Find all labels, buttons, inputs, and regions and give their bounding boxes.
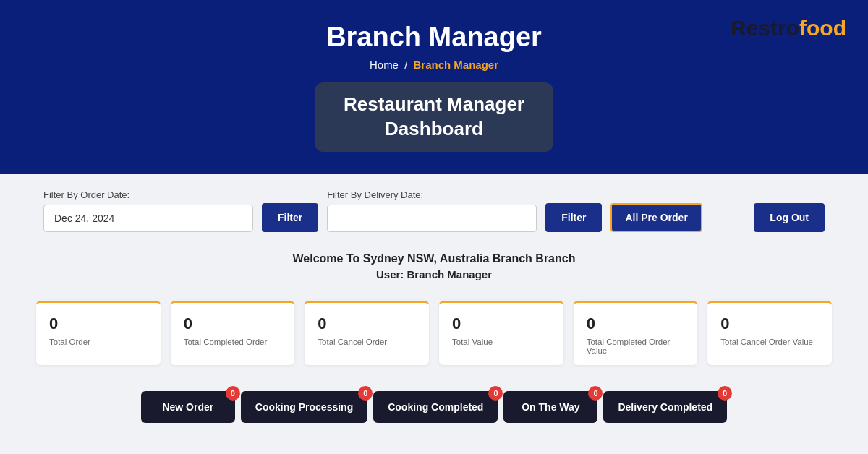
stat-value: 0 <box>184 314 282 333</box>
stat-label: Total Cancel Order <box>318 338 416 346</box>
breadcrumb-home[interactable]: Home <box>370 59 399 71</box>
stat-card: 0 Total Cancel Order Value <box>707 301 832 365</box>
tab-badge: 0 <box>226 386 240 401</box>
stat-label: Total Completed Order Value <box>587 338 685 355</box>
stat-value: 0 <box>318 314 416 333</box>
all-pre-order-button[interactable]: All Pre Order <box>610 203 702 232</box>
welcome-section: Welcome To Sydney NSW, Australia Branch … <box>0 239 868 288</box>
stat-value: 0 <box>720 314 819 333</box>
welcome-line1: Welcome To Sydney NSW, Australia Branch … <box>0 252 868 265</box>
stat-card: 0 Total Completed Order Value <box>574 301 698 365</box>
delivery-date-filter-group: Filter By Delivery Date: <box>327 189 537 232</box>
tab-button[interactable]: New Order 0 <box>141 391 235 423</box>
breadcrumb-separator: / <box>404 59 407 71</box>
order-date-input[interactable] <box>43 205 253 232</box>
order-date-filter-button[interactable]: Filter <box>262 203 318 232</box>
tab-badge: 0 <box>488 386 503 401</box>
breadcrumb: Home / Branch Manager <box>14 59 854 71</box>
dashboard-badge: Restaurant Manager Dashboard <box>315 82 553 152</box>
order-date-label: Filter By Order Date: <box>43 189 253 200</box>
tab-badge: 0 <box>358 386 373 401</box>
dashboard-label-line2: Dashboard <box>385 118 483 140</box>
tab-badge: 0 <box>588 386 603 401</box>
logo-restro-text: Restro <box>731 16 799 40</box>
stat-value: 0 <box>587 314 685 333</box>
tabs-section: New Order 0 Cooking Processing 0 Cooking… <box>0 378 868 437</box>
logo-food-text: food <box>799 16 846 40</box>
page-title: Branch Manager <box>14 22 854 53</box>
logo: Restrofood <box>731 16 846 40</box>
stat-label: Total Cancel Order Value <box>720 338 819 346</box>
tab-badge: 0 <box>718 386 732 401</box>
welcome-line2: User: Branch Manager <box>0 268 868 280</box>
stat-card: 0 Total Cancel Order <box>305 301 429 365</box>
dashboard-label-line1: Restaurant Manager <box>344 93 524 115</box>
tab-button[interactable]: Cooking Completed 0 <box>373 391 498 423</box>
filter-section: Filter By Order Date: Filter Filter By D… <box>0 174 868 239</box>
stat-card: 0 Total Order <box>36 301 161 365</box>
logout-button[interactable]: Log Out <box>754 203 825 232</box>
stat-value: 0 <box>49 314 148 333</box>
stat-label: Total Value <box>452 338 550 346</box>
page-header: Branch Manager Home / Branch Manager Res… <box>0 0 868 174</box>
order-date-filter-group: Filter By Order Date: <box>43 189 253 232</box>
tab-button[interactable]: On The Way 0 <box>503 391 597 423</box>
delivery-date-filter-button[interactable]: Filter <box>545 203 602 232</box>
breadcrumb-current: Branch Manager <box>413 59 498 71</box>
stat-card: 0 Total Value <box>439 301 563 365</box>
tab-button[interactable]: Cooking Processing 0 <box>241 391 367 423</box>
stat-label: Total Completed Order <box>184 338 282 346</box>
stat-label: Total Order <box>49 338 148 346</box>
stats-section: 0 Total Order 0 Total Completed Order 0 … <box>0 288 868 378</box>
stat-card: 0 Total Completed Order <box>171 301 295 365</box>
tab-button[interactable]: Delivery Completed 0 <box>603 391 727 423</box>
delivery-date-input[interactable] <box>327 205 537 232</box>
stat-value: 0 <box>452 314 550 333</box>
delivery-date-label: Filter By Delivery Date: <box>327 189 537 200</box>
